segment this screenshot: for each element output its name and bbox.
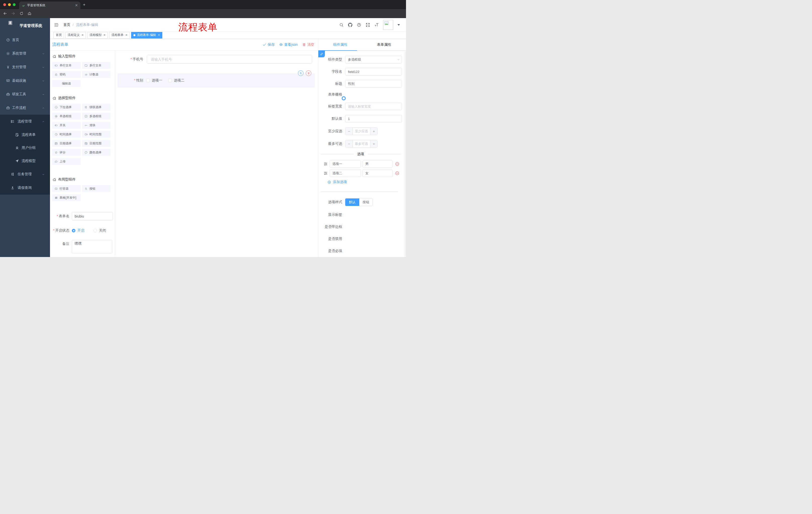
sidebar-item-首页[interactable]: 首页 xyxy=(0,33,50,47)
tag-close-icon[interactable]: ✕ xyxy=(158,33,160,37)
form-remark-textarea[interactable]: 嘿嘿 xyxy=(72,240,112,253)
reload-icon[interactable] xyxy=(19,11,24,16)
tab-form-props[interactable]: 表单属性 xyxy=(362,39,406,50)
save-button[interactable]: 保存 xyxy=(263,43,274,47)
tab-close-icon[interactable]: ✕ xyxy=(75,3,78,7)
delete-component-icon[interactable] xyxy=(306,71,311,76)
close-window-button[interactable] xyxy=(3,3,6,6)
component-行容器[interactable]: 行容器 xyxy=(52,185,81,192)
fullscreen-icon[interactable] xyxy=(366,23,370,27)
sidebar-item-系统管理[interactable]: 系统管理 xyxy=(0,47,50,60)
sidebar-logo[interactable]: 芋道管理系统 xyxy=(0,18,50,33)
drag-icon[interactable] xyxy=(323,162,328,166)
minus-button[interactable]: − xyxy=(345,140,353,147)
new-tab-button[interactable]: + xyxy=(83,2,85,7)
sidebar-item-流程模型[interactable]: 流程模型 xyxy=(0,154,50,167)
tag-流程模型[interactable]: 流程模型✕ xyxy=(87,32,108,38)
sidebar-item-请假查询[interactable]: 请假查询 xyxy=(0,181,50,195)
breadcrumb-home[interactable]: 首页 xyxy=(63,23,70,27)
option-style-default-button[interactable]: 默认 xyxy=(345,198,359,206)
browser-tab[interactable]: 芋道管理系统 ✕ xyxy=(19,1,80,9)
help-icon[interactable] xyxy=(357,23,361,27)
field-name-input[interactable] xyxy=(345,68,402,76)
sidebar-item-研发工具[interactable]: 研发工具 xyxy=(0,87,50,101)
checkbox-label[interactable]: 选项一 xyxy=(152,78,162,83)
clear-button[interactable]: 清空 xyxy=(302,43,314,47)
checkbox-选项一[interactable] xyxy=(146,79,150,82)
copy-component-icon[interactable] xyxy=(298,71,303,76)
component-上传[interactable]: 上传 xyxy=(52,158,81,165)
component-表格[开发中][interactable]: 表格[开发中] xyxy=(52,194,81,201)
tag-首页[interactable]: 首页 xyxy=(54,32,64,38)
component-评分[interactable]: 评分 xyxy=(52,149,81,156)
tab-component-props[interactable]: 组件属性 xyxy=(318,39,362,50)
component-单行文本[interactable]: 单行文本 xyxy=(52,62,81,69)
option-style-button-button[interactable]: 按钮 xyxy=(359,198,373,206)
minimize-window-button[interactable] xyxy=(8,3,11,6)
back-icon[interactable] xyxy=(3,11,7,16)
min-select-placeholder[interactable]: 至少应选 xyxy=(353,128,370,135)
component-计数器[interactable]: 123计数器 xyxy=(82,71,111,78)
plus-button[interactable]: + xyxy=(370,140,377,147)
tag-close-icon[interactable]: ✕ xyxy=(125,33,127,37)
zoom-window-button[interactable] xyxy=(13,3,16,6)
drag-icon[interactable] xyxy=(323,171,328,175)
component-多选框组[interactable]: 多选框组 xyxy=(82,113,111,120)
forward-icon[interactable] xyxy=(11,11,15,16)
component-日期选择[interactable]: 日期选择 xyxy=(52,140,81,147)
option-value-input[interactable] xyxy=(362,169,393,177)
component-颜色选择[interactable]: 颜色选择 xyxy=(82,149,111,156)
component-密码[interactable]: 密码 xyxy=(52,71,81,78)
add-option-button[interactable]: 添加选项 xyxy=(318,180,402,185)
component-单选框组[interactable]: 单选框组 xyxy=(52,113,81,120)
component-级联选择[interactable]: 级联选择 xyxy=(82,104,111,111)
component-下拉选择[interactable]: 下拉选择 xyxy=(52,104,81,111)
tag-流程表单[interactable]: 流程表单✕ xyxy=(109,32,129,38)
max-select-placeholder[interactable]: 最多可选 xyxy=(353,140,370,147)
sidebar-item-基础设施[interactable]: 基础设施 xyxy=(0,74,50,87)
status-on-label[interactable]: 开启 xyxy=(77,228,84,233)
phone-field-row[interactable]: *手机号 xyxy=(115,55,318,64)
label-width-input[interactable] xyxy=(345,103,402,110)
option-label-input[interactable] xyxy=(330,169,361,177)
selected-component-block[interactable]: *性别 选项一选项二 xyxy=(118,74,315,87)
search-icon[interactable] xyxy=(339,23,344,27)
form-name-input[interactable] xyxy=(72,212,113,220)
component-时间选择[interactable]: 时间选择 xyxy=(52,131,81,138)
checkbox-label[interactable]: 选项二 xyxy=(174,78,184,83)
status-off-label[interactable]: 关闭 xyxy=(99,228,106,233)
sidebar-item-流程管理[interactable]: 流程管理 xyxy=(0,115,50,128)
font-size-icon[interactable] xyxy=(374,23,379,27)
tag-流程表单-编辑[interactable]: 流程表单-编辑✕ xyxy=(131,32,162,38)
component-按钮[interactable]: 按钮 xyxy=(82,185,111,192)
component-开关[interactable]: 开关 xyxy=(52,122,81,129)
status-on-radio[interactable] xyxy=(72,229,76,232)
checkbox-选项二[interactable] xyxy=(168,79,172,82)
link-icon[interactable] xyxy=(318,51,325,57)
minus-button[interactable]: − xyxy=(345,128,353,135)
component-多行文本[interactable]: 多行文本 xyxy=(82,62,111,69)
sidebar-item-任务管理[interactable]: 任务管理 xyxy=(0,167,50,181)
remove-option-icon[interactable] xyxy=(395,171,400,175)
status-off-radio[interactable] xyxy=(93,229,97,232)
sidebar-item-工作流程[interactable]: 工作流程 xyxy=(0,101,50,115)
option-value-input[interactable] xyxy=(362,160,393,168)
github-icon[interactable] xyxy=(348,23,352,27)
avatar-dropdown-icon[interactable] xyxy=(398,24,400,26)
home-icon[interactable] xyxy=(27,11,32,16)
phone-input[interactable] xyxy=(147,55,312,64)
tag-流程定义[interactable]: 流程定义✕ xyxy=(65,32,86,38)
tag-close-icon[interactable]: ✕ xyxy=(103,33,106,37)
title-input[interactable] xyxy=(345,80,402,87)
slider-thumb[interactable] xyxy=(342,96,346,100)
component-type-select[interactable]: 多选框组 xyxy=(345,56,402,63)
sidebar-collapse-icon[interactable] xyxy=(54,22,59,27)
avatar[interactable] xyxy=(383,20,393,30)
sidebar-item-流程表单[interactable]: 流程表单 xyxy=(0,128,50,141)
view-json-button[interactable]: 查看json xyxy=(279,43,298,47)
plus-button[interactable]: + xyxy=(370,128,377,135)
tag-close-icon[interactable]: ✕ xyxy=(81,33,84,37)
sidebar-item-支付管理[interactable]: 支付管理 xyxy=(0,60,50,74)
window-controls[interactable] xyxy=(3,3,16,6)
remove-option-icon[interactable] xyxy=(395,162,400,166)
